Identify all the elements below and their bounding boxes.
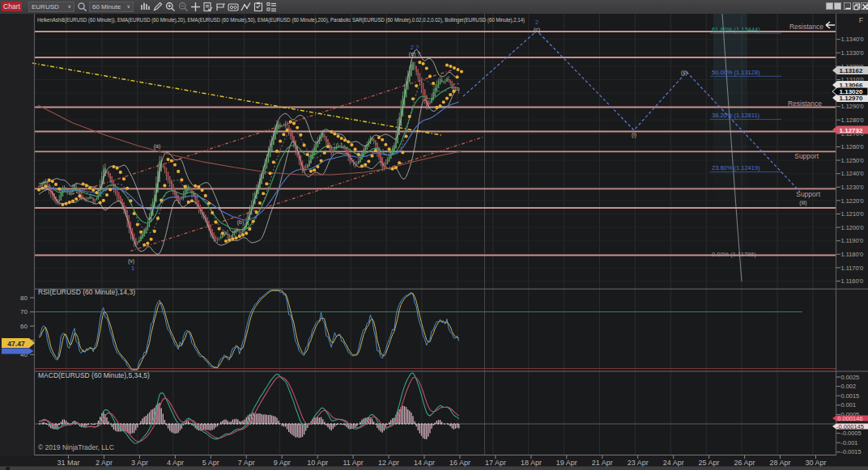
svg-text:(a): (a) xyxy=(154,143,161,150)
svg-text:7 Apr: 7 Apr xyxy=(238,459,255,467)
svg-text:(e) ?: (e) ? xyxy=(409,51,421,57)
svg-text:-0.0005: -0.0005 xyxy=(841,430,862,437)
svg-text:RSI(EURUSD (60 Minute),14,3): RSI(EURUSD (60 Minute),14,3) xyxy=(38,288,135,296)
svg-text:16 Apr: 16 Apr xyxy=(449,459,470,467)
svg-text:23 Apr: 23 Apr xyxy=(628,459,649,467)
svg-text:2 ?: 2 ? xyxy=(411,44,419,51)
svg-text:HeikenAshi8(EURUSD (60 Minute): HeikenAshi8(EURUSD (60 Minute)), EMA(EUR… xyxy=(37,16,525,23)
svg-text:1.1230'0: 1.1230'0 xyxy=(841,184,864,191)
svg-text:38.20% (1.12811): 38.20% (1.12811) xyxy=(712,112,760,119)
svg-text:1.1210'0: 1.1210'0 xyxy=(841,210,864,218)
svg-text:11 Apr: 11 Apr xyxy=(343,459,363,467)
svg-text:14 Apr: 14 Apr xyxy=(414,459,435,467)
svg-text:1.1290'0: 1.1290'0 xyxy=(841,103,864,110)
svg-text:(ii): (ii) xyxy=(681,70,687,76)
svg-text:2 Apr: 2 Apr xyxy=(96,459,113,467)
svg-text:1.1260'0: 1.1260'0 xyxy=(841,143,864,150)
svg-text:60: 60 xyxy=(20,323,28,330)
svg-text:23.60% (1.12419): 23.60% (1.12419) xyxy=(712,164,760,171)
svg-text:50.00% (1.13128): 50.00% (1.13128) xyxy=(712,69,760,76)
svg-text:1.1330'0: 1.1330'0 xyxy=(841,49,864,57)
svg-text:(c): (c) xyxy=(534,27,540,33)
svg-text:4 Apr: 4 Apr xyxy=(167,459,184,467)
svg-text:F: F xyxy=(859,16,864,24)
svg-text:24 Apr: 24 Apr xyxy=(663,459,684,467)
svg-text:70: 70 xyxy=(20,308,28,315)
svg-text:(v): (v) xyxy=(128,258,134,265)
svg-text:-0.000145: -0.000145 xyxy=(836,423,864,430)
svg-text:1.1160'0: 1.1160'0 xyxy=(841,277,864,285)
svg-text:-0.001: -0.001 xyxy=(841,439,858,447)
svg-text:3 Apr: 3 Apr xyxy=(131,459,148,467)
svg-text:1: 1 xyxy=(131,265,134,272)
svg-text:80: 80 xyxy=(20,294,28,302)
svg-text:31 Mar: 31 Mar xyxy=(57,459,79,467)
svg-text:0.0025: 0.0025 xyxy=(841,374,860,381)
svg-text:(iii): (iii) xyxy=(799,200,806,206)
svg-text:1.1340'0: 1.1340'0 xyxy=(841,36,864,43)
svg-text:47.47: 47.47 xyxy=(7,340,25,348)
svg-text:17 Apr: 17 Apr xyxy=(485,459,506,467)
svg-text:1.12732: 1.12732 xyxy=(840,127,863,134)
svg-text:61.80% (1.13444): 61.80% (1.13444) xyxy=(712,26,760,33)
svg-text:1.1200'0: 1.1200'0 xyxy=(841,224,864,231)
svg-text:1.1180'0: 1.1180'0 xyxy=(841,251,864,258)
svg-text:5 Apr: 5 Apr xyxy=(202,459,219,467)
svg-text:2: 2 xyxy=(535,19,538,26)
svg-text:28 Apr: 28 Apr xyxy=(769,459,790,467)
svg-text:1.1280'0: 1.1280'0 xyxy=(841,116,864,124)
svg-text:1.1250'0: 1.1250'0 xyxy=(841,157,864,164)
svg-text:12 Apr: 12 Apr xyxy=(378,459,399,467)
svg-text:(b): (b) xyxy=(237,219,245,226)
svg-text:1.1240'0: 1.1240'0 xyxy=(841,170,864,177)
svg-text:0.000146: 0.000146 xyxy=(837,415,862,422)
svg-text:1.1170'0: 1.1170'0 xyxy=(841,265,864,272)
svg-text:Support: Support xyxy=(794,152,819,160)
svg-text:Resistance: Resistance xyxy=(789,23,823,31)
svg-text:21 Apr: 21 Apr xyxy=(592,459,613,467)
svg-text:26 Apr: 26 Apr xyxy=(734,459,755,467)
svg-text:1.13020: 1.13020 xyxy=(840,88,863,95)
svg-text:© 2019 NinjaTrader, LLC: © 2019 NinjaTrader, LLC xyxy=(38,443,114,451)
svg-text:19 Apr: 19 Apr xyxy=(556,459,577,467)
svg-text:9 Apr: 9 Apr xyxy=(274,459,291,467)
svg-text:0.002: 0.002 xyxy=(841,383,857,390)
svg-text:18 Apr: 18 Apr xyxy=(521,459,542,467)
svg-text:30 Apr: 30 Apr xyxy=(805,459,826,467)
svg-text:0.00% (1.11786): 0.00% (1.11786) xyxy=(712,251,756,258)
svg-text:1.1190'0: 1.1190'0 xyxy=(841,237,864,244)
svg-text:Support: Support xyxy=(796,190,820,198)
svg-text:0.0015: 0.0015 xyxy=(841,392,860,400)
svg-text:10 Apr: 10 Apr xyxy=(307,459,328,467)
svg-text:(i): (i) xyxy=(632,132,636,138)
svg-text:1.13162: 1.13162 xyxy=(840,67,863,74)
svg-text:-0.0015: -0.0015 xyxy=(841,448,862,455)
svg-text:MACD(EURUSD (60 Minute),5,34,5: MACD(EURUSD (60 Minute),5,34,5) xyxy=(38,371,150,379)
svg-text:Resistance: Resistance xyxy=(788,100,822,108)
svg-text:25 Apr: 25 Apr xyxy=(699,459,720,467)
svg-text:1.1220'0: 1.1220'0 xyxy=(841,197,864,205)
svg-text:0.001: 0.001 xyxy=(841,401,857,409)
